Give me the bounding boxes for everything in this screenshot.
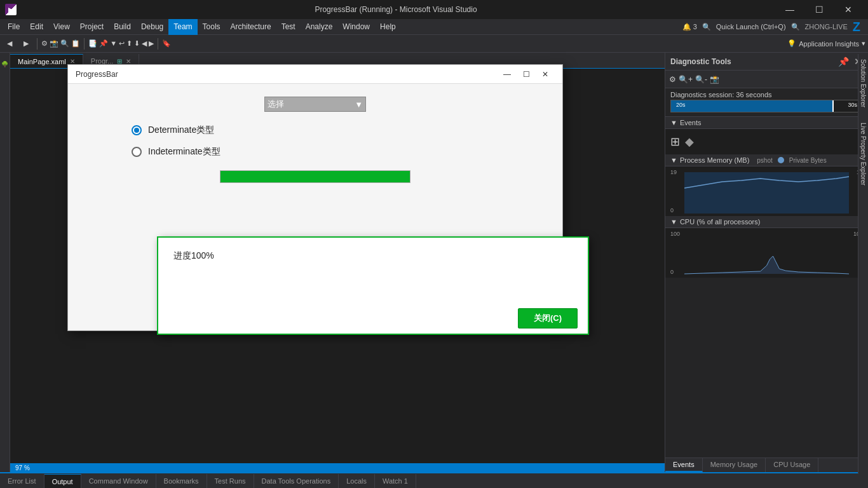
wpf-radio-indeterminate[interactable]: Indeterminate类型 bbox=[132, 146, 220, 158]
wpf-combobox-row: 选择 ▼ bbox=[81, 97, 550, 112]
bottom-tab-command-window[interactable]: Command Window bbox=[81, 474, 156, 488]
memory-section-header[interactable]: ▼ Process Memory (MB) pshot Private Byte… bbox=[665, 154, 868, 166]
bottom-tab-data-tools[interactable]: Data Tools Operations bbox=[254, 474, 339, 488]
memory-chart-labels-left: 19 0 bbox=[670, 169, 683, 214]
vs-logo-icon: ▶ bbox=[5, 4, 17, 15]
sub-dialog-message: 进度100% bbox=[173, 250, 214, 262]
menu-edit[interactable]: Edit bbox=[25, 19, 48, 35]
memory-chart-area: 19 0 19 0 bbox=[665, 166, 868, 216]
menu-architecture[interactable]: Architecture bbox=[226, 19, 276, 35]
diag-zoom-in-icon[interactable]: 🔍+ bbox=[679, 75, 693, 84]
toolbar-bookmark-icons: 🔖 bbox=[162, 39, 171, 48]
cpu-label: CPU (% of all processors) bbox=[680, 218, 761, 226]
bottom-tab-test-runs[interactable]: Test Runs bbox=[207, 474, 254, 488]
search-icon[interactable]: 🔍 bbox=[791, 23, 800, 31]
wpf-restore-button[interactable]: ☐ bbox=[517, 68, 536, 81]
menu-test[interactable]: Test bbox=[276, 19, 301, 35]
cpu-chart-plot bbox=[684, 231, 849, 275]
events-diamond-icon[interactable]: ◆ bbox=[685, 135, 694, 149]
wpf-minimize-button[interactable]: — bbox=[498, 68, 517, 81]
radio-determinate-circle[interactable] bbox=[132, 125, 142, 135]
diag-camera-icon[interactable]: 📸 bbox=[710, 75, 719, 84]
wpf-close-button[interactable]: ✕ bbox=[536, 68, 555, 81]
diagnostic-tabs: Events Memory Usage CPU Usage bbox=[665, 458, 868, 472]
cpu-chart: 100 0 100 0 bbox=[670, 231, 863, 275]
radio-indeterminate-circle[interactable] bbox=[132, 147, 142, 157]
timeline-right-label: 30s bbox=[848, 102, 857, 108]
notification-badge[interactable]: 🔔 3 bbox=[682, 23, 697, 31]
bottom-tab-locals[interactable]: Locals bbox=[339, 474, 375, 488]
diag-settings-icon[interactable]: ⚙ bbox=[669, 75, 676, 84]
minimize-button[interactable]: — bbox=[775, 0, 804, 19]
wpf-progress-bar-fill bbox=[220, 171, 410, 182]
diag-tab-cpu[interactable]: CPU Usage bbox=[766, 458, 818, 472]
timeline-left-label: 20s bbox=[676, 102, 686, 108]
memory-legend-private: Private Bytes bbox=[789, 157, 827, 164]
wpf-radio-determinate[interactable]: Determinate类型 bbox=[132, 125, 214, 136]
events-content: ⊞ ◆ bbox=[665, 129, 868, 154]
editor-bottom-strip: 97 % bbox=[10, 463, 665, 472]
menu-debug[interactable]: Debug bbox=[136, 19, 168, 35]
bottom-tab-error-list[interactable]: Error List bbox=[0, 474, 44, 488]
toolbar-nav-back[interactable]: ◀ bbox=[3, 37, 17, 51]
session-info: Diagnostics session: 36 seconds 20s 30s bbox=[665, 88, 868, 117]
tab-progr-close[interactable]: ✕ bbox=[126, 58, 131, 65]
left-sidebar: 🌳 bbox=[0, 53, 10, 472]
bottom-tab-output[interactable]: Output bbox=[44, 474, 81, 488]
cpu-chart-area: 100 0 100 0 bbox=[665, 228, 868, 278]
timeline-cursor bbox=[832, 100, 834, 112]
cpu-section-header[interactable]: ▼ CPU (% of all processors) bbox=[665, 216, 868, 228]
wpf-window-content: 选择 ▼ Determinate类型 Indeterminate类型 bbox=[68, 84, 562, 330]
menu-window[interactable]: Window bbox=[337, 19, 375, 35]
app-insights-label[interactable]: 💡 Application Insights ▾ bbox=[787, 39, 865, 48]
progress-percent-label: 97 % bbox=[15, 464, 30, 471]
diagnostic-toolbar: ⚙ 🔍+ 🔍- 📸 bbox=[665, 71, 868, 88]
solution-explorer-label[interactable]: Solution Explorer bbox=[858, 54, 868, 112]
sub-dialog-footer: 关闭(C) bbox=[158, 303, 588, 334]
quick-launch-icon[interactable]: 🔍 bbox=[702, 23, 711, 31]
memory-chart: 19 0 19 0 bbox=[670, 169, 863, 214]
menu-bar: File Edit View Project Build Debug Team … bbox=[0, 19, 868, 35]
events-section-header[interactable]: ▼ Events bbox=[665, 117, 868, 129]
wpf-window-controls: — ☐ ✕ bbox=[498, 68, 555, 81]
timeline-fill bbox=[671, 100, 834, 112]
cpu-collapse-icon: ▼ bbox=[670, 218, 677, 226]
events-grid-icon[interactable]: ⊞ bbox=[670, 135, 680, 149]
live-property-explorer-label[interactable]: Live Property Explorer bbox=[858, 118, 868, 191]
menu-file[interactable]: File bbox=[3, 19, 25, 35]
quick-launch-label[interactable]: Quick Launch (Ctrl+Q) bbox=[716, 23, 786, 30]
panel-pin-icon[interactable]: 📌 bbox=[837, 57, 850, 67]
menu-project[interactable]: Project bbox=[75, 19, 109, 35]
svg-rect-0 bbox=[684, 172, 849, 214]
menu-build[interactable]: Build bbox=[109, 19, 136, 35]
right-sidebar-strip: Solution Explorer Live Property Explorer bbox=[858, 54, 868, 474]
diag-tab-memory[interactable]: Memory Usage bbox=[703, 458, 766, 472]
title-bar: ▶ ProgressBar (Running) - Microsoft Visu… bbox=[0, 0, 868, 19]
bottom-tab-bar: Error List Output Command Window Bookmar… bbox=[0, 473, 868, 488]
menu-team[interactable]: Team bbox=[168, 19, 197, 35]
memory-legend-pshot: pshot bbox=[757, 157, 772, 164]
toolbar-nav-forward[interactable]: ▶ bbox=[19, 37, 33, 51]
diag-zoom-out-icon[interactable]: 🔍- bbox=[695, 75, 707, 84]
restore-button[interactable]: ☐ bbox=[804, 0, 834, 19]
close-button[interactable]: ✕ bbox=[834, 0, 863, 19]
menu-tools[interactable]: Tools bbox=[198, 19, 226, 35]
wpf-combobox[interactable]: 选择 ▼ bbox=[264, 97, 366, 112]
memory-collapse-icon: ▼ bbox=[670, 156, 677, 164]
menu-analyze[interactable]: Analyze bbox=[301, 19, 338, 35]
toolbar-separator-3 bbox=[158, 38, 158, 50]
diagnostic-tools-panel: Diagnostic Tools 📌 ✕ ⚙ 🔍+ 🔍- 📸 Diagnosti… bbox=[665, 53, 868, 472]
wpf-title-bar: ProgressBar — ☐ ✕ bbox=[68, 65, 562, 84]
user-label: ZHONG-LIVE bbox=[805, 23, 848, 30]
sub-dialog-close-button[interactable]: 关闭(C) bbox=[518, 308, 578, 329]
wpf-progress-bar bbox=[220, 170, 410, 183]
diag-tab-events[interactable]: Events bbox=[665, 458, 703, 472]
tab-mainpage-label: MainPage.xaml bbox=[18, 58, 66, 65]
bottom-tab-bookmarks[interactable]: Bookmarks bbox=[156, 474, 207, 488]
left-sidebar-label: 🌳 bbox=[2, 60, 8, 67]
menu-view[interactable]: View bbox=[48, 19, 75, 35]
user-icon: Z bbox=[853, 20, 860, 34]
menu-help[interactable]: Help bbox=[375, 19, 401, 35]
toolbar-separator-1 bbox=[37, 38, 37, 50]
bottom-tab-watch1[interactable]: Watch 1 bbox=[375, 474, 416, 488]
